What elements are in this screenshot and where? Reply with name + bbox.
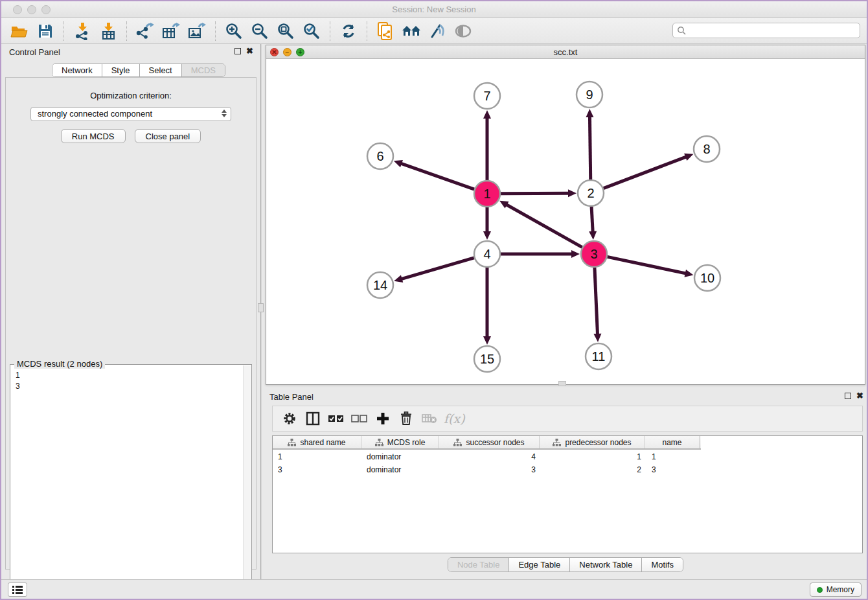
memory-label: Memory — [827, 585, 854, 594]
main-toolbar — [1, 18, 867, 44]
search-field-wrap — [672, 23, 860, 38]
float-panel-icon[interactable] — [234, 48, 241, 54]
save-session-icon[interactable] — [32, 21, 58, 41]
zoom-fit-icon[interactable] — [273, 21, 299, 41]
hierarchy-icon — [288, 439, 296, 446]
graph-edge-3-1[interactable] — [505, 204, 582, 248]
column-header-name[interactable]: name — [645, 436, 700, 448]
control-panel-tabs: Network Style Select MCDS — [52, 63, 225, 77]
deselect-checkboxes-icon[interactable] — [348, 409, 371, 428]
hierarchy-icon — [453, 439, 462, 446]
open-file-icon[interactable] — [6, 21, 32, 41]
graph-edge-arrowhead — [394, 160, 403, 167]
graph-edge-arrowhead — [589, 231, 597, 240]
tab-style[interactable]: Style — [102, 64, 140, 76]
tab-select[interactable]: Select — [140, 64, 182, 76]
memory-button[interactable]: Memory — [810, 583, 862, 597]
graph-node-label: 6 — [376, 149, 383, 163]
graph-edge-2-8[interactable] — [604, 156, 687, 188]
criterion-select[interactable]: strongly connected component — [30, 107, 231, 121]
table-float-icon[interactable] — [845, 393, 851, 399]
zoom-out-icon[interactable] — [247, 21, 273, 41]
run-mcds-button[interactable]: Run MCDS — [61, 129, 126, 143]
task-history-button[interactable] — [8, 583, 27, 597]
graph-node-label: 3 — [590, 247, 597, 261]
cell-name: 3 — [645, 465, 700, 476]
zoom-in-icon[interactable] — [221, 21, 247, 41]
status-bar: Memory — [1, 579, 867, 599]
vertical-splitter-handle[interactable] — [258, 303, 264, 312]
graph-node-label: 8 — [703, 142, 710, 156]
eye-icon[interactable] — [450, 21, 476, 41]
graph-edge-3-10[interactable] — [608, 257, 687, 273]
refresh-layout-icon[interactable] — [336, 21, 361, 41]
mcds-result-text[interactable]: 1 3 — [10, 366, 244, 600]
graph-edge-1-6[interactable] — [400, 163, 474, 189]
mcds-result-box: MCDS result (2 nodes) 1 3 — [10, 364, 252, 600]
table-close-icon[interactable]: ✖ — [856, 391, 863, 400]
gear-icon[interactable] — [278, 409, 301, 428]
tab-node-table[interactable]: Node Table — [448, 558, 510, 571]
export-table-icon[interactable] — [158, 21, 184, 41]
close-panel-icon[interactable]: ✖ — [246, 46, 253, 56]
function-builder-icon[interactable]: f(x) — [444, 411, 465, 426]
graph-edge-3-11[interactable] — [595, 268, 598, 336]
export-network-icon[interactable] — [132, 21, 158, 41]
graph-edge-arrowhead — [394, 275, 403, 283]
cell-name: 1 — [645, 452, 700, 463]
export-image-icon[interactable] — [184, 21, 210, 41]
tab-network[interactable]: Network — [52, 64, 102, 76]
result-line: 3 — [16, 381, 244, 392]
graph-edge-1-2[interactable] — [501, 193, 570, 194]
table-toolbar: f(x) — [272, 406, 863, 432]
graph-edge-4-14[interactable] — [400, 258, 474, 279]
tab-network-table[interactable]: Network Table — [570, 558, 642, 571]
column-view-icon[interactable] — [301, 409, 325, 428]
table-panel: Table Panel ✖ f(x) — [262, 387, 868, 579]
graph-edge-2-3[interactable] — [591, 207, 593, 233]
tab-motifs[interactable]: Motifs — [642, 558, 683, 571]
graphics-details-icon[interactable] — [424, 21, 450, 41]
table-row[interactable]: 1 dominator 4 1 1 — [273, 452, 862, 463]
network-window-titlebar[interactable]: ✕ − + scc.txt — [266, 45, 865, 59]
graph-edge-arrowhead — [568, 189, 577, 197]
graph-node-label: 1 — [483, 187, 490, 201]
table-tabs: Node Table Edge Table Network Table Moti… — [448, 557, 683, 572]
control-panel-title: Control Panel — [9, 47, 60, 57]
column-header-shared-name[interactable]: shared name — [273, 436, 361, 448]
select-arrows-icon — [222, 110, 227, 117]
column-header-mcds-role[interactable]: MCDS role — [361, 436, 439, 448]
table-row[interactable]: 3 dominator 3 2 3 — [273, 465, 862, 476]
column-header-successor-nodes[interactable]: successor nodes — [439, 436, 540, 448]
tab-mcds[interactable]: MCDS — [182, 64, 225, 76]
delete-column-icon[interactable] — [394, 409, 418, 428]
column-header-predecessor-nodes[interactable]: predecessor nodes — [540, 436, 645, 448]
graph-edge-arrowhead — [684, 154, 693, 161]
node-table[interactable]: shared name MCDS role successor nodes pr… — [272, 435, 863, 553]
criterion-value: strongly connected component — [38, 109, 152, 119]
graph-edge-arrowhead — [593, 334, 601, 342]
hierarchy-icon — [553, 439, 561, 446]
table-header-row: shared name MCDS role successor nodes pr… — [273, 436, 701, 450]
horizontal-splitter-handle[interactable] — [558, 381, 566, 386]
duplicate-network-icon[interactable] — [372, 21, 398, 41]
graph-edge-arrowhead — [483, 231, 491, 240]
mcds-tab-content: Optimization criterion: strongly connect… — [5, 77, 257, 570]
close-panel-button[interactable]: Close panel — [135, 129, 201, 143]
network-canvas[interactable]: 1234678910111415 — [266, 59, 865, 384]
search-input[interactable] — [672, 23, 860, 38]
graph-edge-2-9[interactable] — [589, 115, 590, 179]
result-scrollbar[interactable] — [243, 365, 251, 600]
import-network-icon[interactable] — [69, 21, 95, 41]
graph-edge-arrowhead — [483, 110, 491, 119]
select-all-checkboxes-icon[interactable] — [325, 409, 348, 428]
delete-table-icon[interactable] — [418, 409, 441, 428]
hierarchy-icon — [375, 439, 383, 446]
zoom-selected-icon[interactable] — [299, 21, 325, 41]
graph-node-label: 7 — [483, 89, 490, 103]
network-overview-icon[interactable] — [398, 21, 424, 41]
control-panel: Control Panel ✖ Network Style Select MCD… — [1, 44, 260, 579]
tab-edge-table[interactable]: Edge Table — [509, 558, 570, 571]
import-table-icon[interactable] — [95, 21, 121, 41]
add-column-icon[interactable] — [371, 409, 394, 428]
